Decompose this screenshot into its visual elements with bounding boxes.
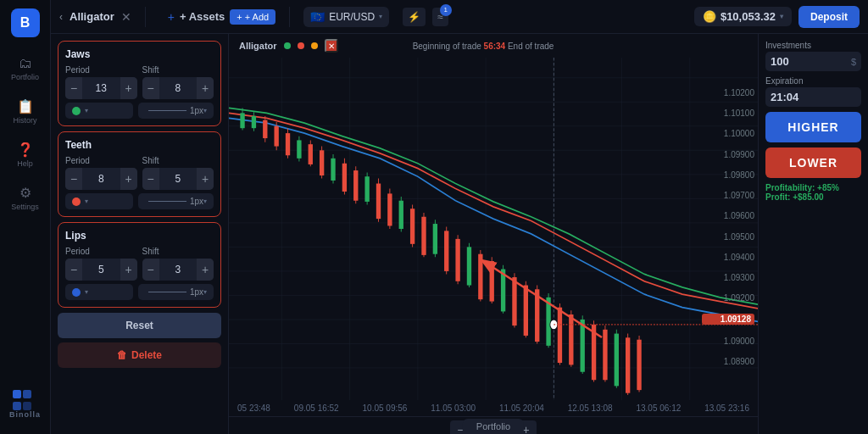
price-current: 1.09128: [702, 314, 754, 325]
brand-sidebar: B 🗂 Portfolio 📋 History ❓ Help ⚙ Setting…: [0, 0, 51, 434]
jaws-shift-inc-btn[interactable]: +: [197, 77, 214, 99]
jaws-shift-group: Shift − 8 +: [142, 65, 214, 99]
chart-indicator-label: Alligator: [239, 41, 277, 51]
teeth-period-dec-btn[interactable]: −: [65, 168, 82, 190]
panel-back-btn[interactable]: ‹: [59, 11, 63, 23]
chart-canvas: 1.10200 1.10100 1.10000 1.09900 1.09800 …: [229, 58, 758, 400]
price-7: 1.09600: [702, 211, 754, 220]
teeth-line-display: [148, 201, 186, 202]
time-2: 09.05 16:52: [294, 403, 339, 413]
balance-display: 🪙 $10,053.32 ▾: [694, 7, 792, 26]
balance-chevron-icon: ▾: [780, 13, 783, 20]
jaws-color-selector[interactable]: ▾: [65, 103, 133, 119]
sidebar-item-settings[interactable]: ⚙ Settings: [4, 178, 47, 218]
divider: [145, 7, 146, 27]
jaws-shift-dec-btn[interactable]: −: [142, 77, 159, 99]
time-3: 10.05 09:56: [363, 403, 408, 413]
alligator-panel: Jaws Period − 13 + Shift −: [51, 34, 229, 434]
sidebar-item-portfolio[interactable]: 🗂 Portfolio: [4, 49, 47, 88]
lips-period-inc-btn[interactable]: +: [120, 259, 137, 281]
portfolio-icon: 🗂: [19, 56, 32, 71]
jaws-color-row: ▾ 1px ▾: [65, 103, 214, 119]
panel-close-btn[interactable]: ✕: [121, 10, 131, 24]
lips-color-chevron: ▾: [85, 288, 88, 296]
topbar-right: 🪙 $10,053.32 ▾ Deposit: [694, 6, 860, 28]
flag-icon: 🇪🇺: [310, 10, 325, 24]
price-2: 1.10100: [702, 108, 754, 118]
jaws-period-value: 13: [82, 79, 120, 97]
teeth-line-selector[interactable]: 1px ▾: [138, 193, 214, 209]
lips-shift-inc-btn[interactable]: +: [197, 259, 214, 281]
svg-rect-3: [23, 402, 31, 410]
svg-rect-2: [13, 402, 21, 410]
teeth-title: Teeth: [65, 139, 214, 151]
add-button[interactable]: + + Add: [230, 9, 275, 25]
indicator-btn[interactable]: ≈ 1: [432, 8, 448, 26]
lips-period-dec-btn[interactable]: −: [65, 259, 82, 281]
teeth-period-value: 8: [82, 170, 120, 188]
lips-period-group: Period − 5 +: [65, 247, 137, 281]
portfolio-tab[interactable]: Portfolio: [463, 419, 524, 434]
reset-button[interactable]: Reset: [58, 313, 221, 338]
assets-title: + Assets: [180, 10, 225, 23]
history-icon: 📋: [17, 98, 34, 114]
lips-shift-label: Shift: [142, 247, 214, 256]
lips-shift-group: Shift − 3 +: [142, 247, 214, 281]
investments-currency: $: [851, 57, 856, 67]
jaws-period-label: Period: [65, 65, 137, 75]
lips-period-value: 5: [82, 260, 120, 279]
time-8: 13.05 23:16: [704, 403, 749, 413]
sidebar-item-help[interactable]: ❓ Help: [4, 135, 47, 175]
jaws-period-dec-btn[interactable]: −: [65, 77, 82, 99]
investments-input-row[interactable]: 100 $: [765, 52, 861, 71]
time-4: 11.05 03:00: [431, 403, 476, 413]
alligator-dot-red: [298, 42, 304, 49]
currency-selector[interactable]: 🇪🇺 EUR/USD ▾: [303, 7, 389, 27]
deposit-button[interactable]: Deposit: [798, 6, 860, 28]
expiration-value: 21:04: [771, 91, 856, 103]
jaws-section: Jaws Period − 13 + Shift −: [58, 41, 221, 126]
teeth-color-selector[interactable]: ▾: [65, 193, 133, 209]
profit-label: Profit: +$85.00: [765, 192, 861, 202]
expiration-input-row[interactable]: 21:04: [765, 87, 861, 107]
jaws-line-label: 1px: [190, 106, 203, 115]
higher-button[interactable]: HIGHER: [765, 112, 861, 142]
lips-color-selector[interactable]: ▾: [65, 284, 133, 300]
expiration-label: Expiration: [765, 76, 861, 86]
teeth-period-inc-btn[interactable]: +: [120, 168, 137, 190]
trade-info: Beginning of trade 56:34 End of trade: [413, 42, 554, 51]
lips-line-selector[interactable]: 1px ▾: [138, 284, 214, 300]
sidebar-item-help-label: Help: [17, 159, 33, 168]
chart-type-btn[interactable]: ⚡: [403, 8, 426, 26]
teeth-period-label: Period: [65, 156, 137, 165]
jaws-period-input: − 13 +: [65, 77, 137, 99]
price-11: 1.09200: [702, 293, 754, 303]
lips-shift-dec-btn[interactable]: −: [142, 259, 159, 281]
jaws-line-selector[interactable]: 1px ▾: [138, 103, 214, 119]
price-13: 1.08900: [702, 357, 754, 366]
lips-section: Lips Period − 5 + Shift −: [58, 222, 221, 308]
help-icon: ❓: [17, 142, 34, 158]
chart-svg: [229, 58, 758, 400]
teeth-shift-inc-btn[interactable]: +: [197, 168, 214, 190]
delete-button[interactable]: 🗑 Delete: [58, 342, 221, 368]
topbar-icons: ⚡ ≈ 1: [403, 8, 448, 26]
lips-line-chevron: ▾: [203, 288, 207, 296]
time-6: 12.05 13:08: [568, 403, 613, 413]
jaws-shift-label: Shift: [142, 65, 214, 75]
price-labels: 1.10200 1.10100 1.10000 1.09900 1.09800 …: [698, 85, 758, 370]
investments-section: Investments 100 $: [765, 41, 861, 71]
brand-name: Binolla: [9, 410, 41, 419]
jaws-color-chevron: ▾: [85, 107, 88, 114]
lower-button[interactable]: LOWER: [765, 147, 861, 178]
teeth-period-group: Period − 8 +: [65, 156, 137, 190]
jaws-period-inc-btn[interactable]: +: [120, 77, 137, 99]
topbar: ‹ Alligator ✕ + + Assets + + Add 🇪🇺 EUR/…: [51, 0, 868, 34]
alligator-close-btn[interactable]: ✕: [325, 39, 338, 53]
jaws-shift-input: − 8 +: [142, 77, 214, 99]
teeth-shift-dec-btn[interactable]: −: [142, 168, 159, 190]
assets-section: + + Assets + + Add: [168, 9, 275, 25]
teeth-field-row: Period − 8 + Shift − 5 +: [65, 156, 214, 190]
sidebar-item-history[interactable]: 📋 History: [4, 92, 47, 131]
svg-rect-1: [23, 390, 31, 398]
